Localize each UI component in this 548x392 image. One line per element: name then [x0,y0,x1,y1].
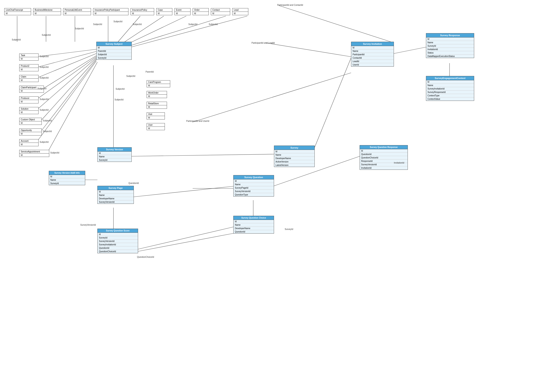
field-sp-versionid: SurveyVersionId [98,200,134,203]
label-invitationid: InvitationId [394,162,404,164]
entity-survey-header: Survey [274,146,314,150]
field-sv-id: Id [274,150,314,153]
entity-sqs-header: Survey Question Score [98,229,138,233]
field-si-leadid: LeadId [351,60,394,63]
entity-opp-title: Opportunity [20,129,42,132]
field-svv-id: Id [98,152,132,155]
entity-service-appointment: ServiceAppointment Id [19,150,49,157]
field-si-contactid: ContactId [351,56,394,60]
entity-livechat: LiveChatTranscipt Id [4,8,31,15]
label-subjectid-task: SubjectId [40,55,49,58]
field-sq-questiontype: QuestionType [234,193,274,196]
svg-line-23 [394,47,426,54]
entity-ip-title: InsurancePolicy [131,8,154,12]
field-sr-name: Name [426,41,474,44]
field-sqs-questionid: QuestionId [98,246,138,250]
field-svv-surveyid: SurveyId [98,158,132,162]
entity-solution-id: Id [20,111,38,114]
entity-sp-header: Survey Page [98,186,134,190]
entity-opportunity: Opportunity Id [19,128,42,135]
label-participant-lead: ParticipantId and LeadId [251,42,275,44]
field-sqr-choiceid: QuestionChoiceId [360,156,408,160]
entity-task: Task Id [19,54,39,61]
entity-product2-title: Product2 [20,64,38,68]
field-sec-contexttype: ContextType [426,94,474,98]
field-sq-id: Id [234,179,274,183]
entity-claim-title: Claim [20,75,38,79]
field-sqr-invitationid: InvitationId [360,166,408,169]
entity-svai-header: Survey Version Addl Info [49,171,85,175]
entity-svv-header: Survey Version [98,147,132,152]
svg-line-15 [41,59,96,121]
svg-line-8 [123,16,247,49]
field-sq-pageid: SurveyPageId [234,186,274,190]
entity-producer-title: Producer [20,97,38,100]
entity-survey-response-header: Survey Response [426,33,474,37]
entity-user-title: User [147,123,165,127]
label-subjectid-contact: SubjectId [188,23,197,26]
label-parentid-top: ParentId [146,71,154,73]
entity-event-title: Event [175,8,190,12]
entity-survey: Survey Id Name DeveloperName ActiveVersi… [274,146,315,167]
entity-wo-id: Id [147,95,167,98]
entity-custom-object: Custom Object Id [19,118,42,125]
entity-personal-life-event: PersonalLifeEvent Id [63,8,91,15]
svg-line-7 [122,16,226,48]
field-ss-parentid: ParentId [97,49,132,53]
svg-line-10 [36,51,96,67]
field-sr-dmstatus: DataMapperExecutionStatus [426,55,474,58]
svg-line-22 [314,58,351,150]
label-subjectid-co: SubjectId [43,119,52,122]
field-sp-name: Name [98,194,134,197]
field-sec-contextvalue: ContextValue [426,98,474,101]
entity-survey-invitation: Survey Invitation Id Name ParticipantId … [351,42,394,67]
entity-sq-header: Survey Question [234,175,274,179]
entity-event: Event Id [174,8,191,15]
entity-careprogram-title: CareProgram [147,80,170,84]
entity-claim-id: Id [20,79,38,82]
entity-solution: Solution Id [19,107,39,114]
entity-careprogram-id: Id [147,84,170,87]
entity-survey-question-score: Survey Question Score Id SurveyId Survey… [97,229,138,253]
entity-sa-title: ServiceAppointment [20,150,49,154]
field-sq-versionid: SurveyVersionId [234,190,274,193]
field-sq-name: Name [234,183,274,186]
entity-user: User Id [147,123,165,130]
entity-visit: Visit Id [147,112,165,119]
svg-line-20 [131,154,274,156]
entity-retail-store: RetailStore Id [147,102,167,109]
entity-contact-title: Contact [211,8,230,12]
label-questionid: QuestionId [128,182,139,184]
field-sqc-questionid: QuestionId [234,230,274,233]
entity-survey-question: Survey Question Id Name SurveyPageId Sur… [233,175,274,196]
field-si-userid: UserId [351,63,394,66]
svg-line-33 [193,73,351,122]
entity-case-title: Case [156,8,172,12]
label-subjectid-top1: SubjectId [12,39,21,41]
field-sqr-questionid: QuestionId [360,153,408,156]
entity-user-id: Id [147,127,165,130]
field-svv-name: Name [98,155,132,158]
entity-workorder: WorkOrder Id [147,91,167,98]
label-participant-userid: ParticipantId and UserId [186,120,209,122]
field-sv-devname: DeveloperName [274,157,314,160]
field-sqs-invitationid: SurveyInvitationId [98,243,138,246]
label-subjectid-opp: SubjectId [43,130,52,133]
entity-account-id: Id [20,143,38,146]
entity-order-title: Order [193,8,208,12]
field-sp-devname: DeveloperName [98,197,134,200]
field-svai-id: Id [49,175,85,178]
svg-line-31 [278,5,394,43]
entity-cp-id: Id [20,89,44,92]
entity-survey-invitation-header: Survey Invitation [351,42,394,46]
field-sv-latestversion: LatestVersion [274,164,314,167]
label-subjectid-product2: SubjectId [40,66,49,68]
field-ss-id: Id [97,46,132,49]
entity-case-id: Id [156,12,172,15]
entity-account-title: Account [20,139,38,143]
label-subjectid-top2: SubjectId [42,34,51,36]
entity-livechat-id: Id [5,12,31,15]
entity-survey-version-addl: Survey Version Addl Info Id Name SurveyI… [49,171,85,185]
entity-sa-id: Id [20,154,49,157]
field-sqr-id: Id [360,149,408,153]
